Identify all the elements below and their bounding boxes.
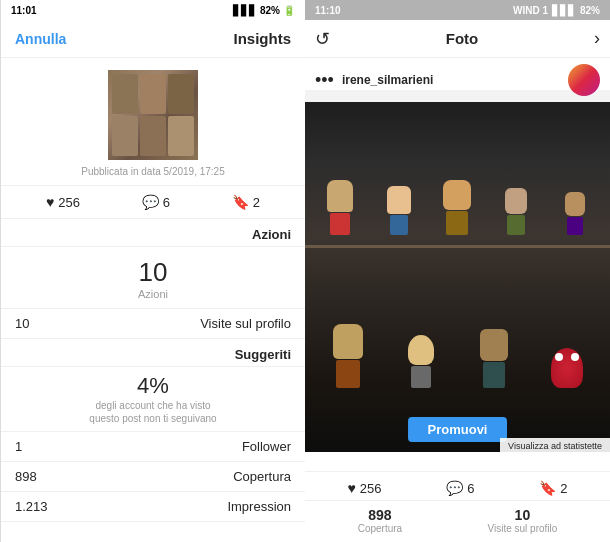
right-network: WIND 1 [513,5,548,16]
shelf-top [315,105,600,235]
funko-1 [315,180,366,235]
shelf-bottom [315,258,600,388]
right-copertura-label: Copertura [358,523,402,534]
right-status-left: 11:10 [315,5,341,16]
heart-icon: ♥ [46,194,54,210]
comment-icon: 💬 [142,194,159,210]
azioni-section: 10 Azioni [1,247,305,309]
user-row: ••• irene_silmarieni [305,58,610,102]
likes-count: 256 [58,195,80,210]
right-metrics-row: 898 Copertura 10 Visite sul profilo [305,501,610,542]
saves-stat: 🔖 2 [232,194,260,210]
comments-count: 6 [163,195,170,210]
post-date: Pubblicata in data 5/2019, 17:25 [81,166,224,177]
forward-icon[interactable]: › [594,28,600,49]
copertura-row: 898 Copertura [1,462,305,492]
suggeriti-desc: degli account che ha visto questo post n… [15,399,291,425]
right-visite-label: Visite sul profilo [487,523,557,534]
follower-row: 1 Follower [1,432,305,462]
right-likes-stat: ♥ 256 [347,480,381,496]
left-battery-icon: 🔋 [283,5,295,16]
funko-3 [432,180,483,235]
post-section: Pubblicata in data 5/2019, 17:25 [1,58,305,185]
impression-row: 1.213 Impression [1,492,305,522]
funko-5 [549,192,600,235]
left-time: 11:01 [11,5,37,16]
username: irene_silmarieni [342,73,433,87]
suggeriti-percent: 4% [15,373,291,399]
right-header-title: Foto [446,30,478,47]
funko-7 [388,335,455,388]
funko-4 [491,188,542,235]
right-header: ↺ Foto › [305,20,610,58]
main-photo [305,90,610,452]
right-visite-metric: 10 Visite sul profilo [487,507,557,534]
suggeriti-section: 4% degli account che ha visto questo pos… [1,367,305,432]
left-status-bar: 11:01 ▋▋▋ 82% 🔋 [1,0,305,20]
visite-row: 10 Visite sul profilo [1,309,305,339]
suggeriti-section-header: Suggeriti [1,339,305,367]
more-options-icon[interactable]: ••• [315,70,334,91]
saves-count: 2 [253,195,260,210]
right-panel: 11:10 WIND 1 ▋▋▋ 82% ↺ Foto › ••• irene_… [305,0,610,542]
promuovi-button[interactable]: Promuovi [408,417,508,442]
right-copertura-metric: 898 Copertura [358,507,402,534]
funko-8 [461,329,528,388]
right-battery: 82% [580,5,600,16]
refresh-icon[interactable]: ↺ [315,28,330,50]
left-battery: 82% [260,5,280,16]
azioni-section-header: Azioni [1,219,305,247]
right-saves-count: 2 [560,481,567,496]
right-heart-icon: ♥ [347,480,355,496]
follower-label: Follower [242,439,291,454]
annulla-link[interactable]: Annulla [15,31,66,47]
funko-6 [315,324,382,388]
right-comments-stat: 💬 6 [446,480,474,496]
visite-label: Visite sul profilo [200,316,291,331]
comments-stat: 💬 6 [142,194,170,210]
visite-value: 10 [15,316,29,331]
avatar [568,64,600,96]
funko-9 [533,348,600,388]
azioni-value: 10 [15,257,291,288]
left-panel: 11:01 ▋▋▋ 82% 🔋 Annulla Insights [0,0,305,542]
right-signal: ▋▋▋ [552,5,576,16]
photo-background [305,90,610,452]
likes-stat: ♥ 256 [46,194,80,210]
left-stats-row: ♥ 256 💬 6 🔖 2 [1,185,305,219]
right-copertura-value: 898 [368,507,391,523]
copertura-label: Copertura [233,469,291,484]
impression-label: Impression [227,499,291,514]
bookmark-icon: 🔖 [232,194,249,210]
copertura-value: 898 [15,469,37,484]
right-comment-icon: 💬 [446,480,463,496]
right-likes-count: 256 [360,481,382,496]
right-status-bar: 11:10 WIND 1 ▋▋▋ 82% [305,0,610,20]
azioni-sub: Azioni [15,288,291,300]
shelf-divider [305,245,610,248]
right-status-right: WIND 1 ▋▋▋ 82% [513,5,600,16]
right-comments-count: 6 [467,481,474,496]
right-saves-stat: 🔖 2 [539,480,567,496]
right-time: 11:10 [315,5,341,16]
right-stats-row: ♥ 256 💬 6 🔖 2 [305,472,610,501]
follower-value: 1 [15,439,22,454]
right-bookmark-icon: 🔖 [539,480,556,496]
left-header: Annulla Insights [1,20,305,58]
post-thumbnail [108,70,198,160]
impression-value: 1.213 [15,499,48,514]
left-header-title: Insights [233,30,291,47]
funko-2 [374,186,425,235]
visualizza-bar: Visualizza ad statistette [500,438,610,454]
right-bottom-bar: ♥ 256 💬 6 🔖 2 898 Copertura 10 Visite su… [305,471,610,542]
right-visite-value: 10 [515,507,531,523]
left-signal: ▋▋▋ [233,5,257,16]
